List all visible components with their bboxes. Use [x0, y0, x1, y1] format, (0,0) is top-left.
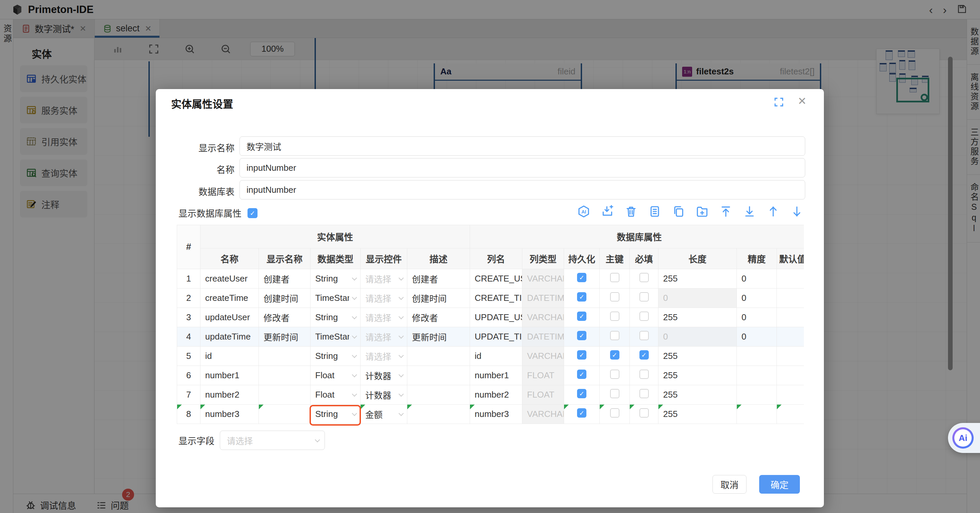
cell-required[interactable]	[630, 269, 659, 288]
cell-name[interactable]: createTime	[200, 288, 259, 308]
select[interactable]: Float	[315, 370, 356, 381]
cell-default[interactable]	[777, 347, 804, 366]
select[interactable]: String	[315, 274, 356, 284]
checkbox[interactable]	[577, 370, 586, 379]
cell-display-name[interactable]	[259, 385, 310, 405]
cell-description[interactable]	[407, 366, 470, 385]
checkbox[interactable]	[640, 273, 649, 282]
cell-length[interactable]: 255	[659, 269, 737, 288]
cell-column-name[interactable]: UPDATE_USER	[470, 308, 522, 327]
cell-data-type[interactable]: Float	[310, 366, 361, 385]
cell-display-name[interactable]	[259, 405, 310, 424]
checkbox[interactable]	[610, 312, 619, 321]
cell-display-name[interactable]	[259, 366, 310, 385]
cell-precision[interactable]	[737, 347, 777, 366]
cell-column-name[interactable]: CREATE_USER	[470, 269, 522, 288]
checkbox[interactable]	[610, 370, 619, 379]
cell-persistent[interactable]	[564, 288, 600, 308]
cell-display-name[interactable]: 更新时间	[259, 327, 310, 347]
cell-name[interactable]: updateTime	[200, 327, 259, 347]
cell-description[interactable]	[407, 385, 470, 405]
detail-icon[interactable]	[648, 205, 661, 218]
cell-default[interactable]	[777, 405, 804, 424]
checkbox[interactable]	[610, 408, 619, 417]
cell-name[interactable]: updateUser	[200, 308, 259, 327]
cell-length[interactable]: 255	[659, 347, 737, 366]
cell-primary-key[interactable]	[600, 405, 630, 424]
cell-primary-key[interactable]	[600, 347, 630, 366]
checkbox[interactable]	[640, 370, 649, 379]
checkbox[interactable]	[577, 331, 586, 340]
cell-primary-key[interactable]	[600, 327, 630, 347]
select[interactable]: 请选择	[365, 331, 402, 343]
move-bottom-icon[interactable]	[743, 205, 756, 218]
add-folder-icon[interactable]	[696, 205, 708, 218]
cell-persistent[interactable]	[564, 385, 600, 405]
move-top-icon[interactable]	[719, 205, 732, 218]
checkbox[interactable]	[610, 331, 619, 340]
select[interactable]: String	[315, 312, 356, 323]
cell-data-type[interactable]: String	[310, 269, 361, 288]
checkbox[interactable]	[577, 312, 586, 321]
delete-icon[interactable]	[625, 205, 638, 218]
cell-precision[interactable]: 0	[737, 327, 777, 347]
cell-column-name[interactable]: CREATE_TIME	[470, 288, 522, 308]
checkbox[interactable]	[577, 350, 586, 360]
cell-description[interactable]: 修改者	[407, 308, 470, 327]
checkbox[interactable]	[610, 389, 619, 398]
checkbox[interactable]	[577, 389, 586, 398]
checkbox[interactable]	[640, 312, 649, 321]
checkbox[interactable]	[640, 292, 649, 301]
cell-control[interactable]: 请选择	[361, 347, 407, 366]
checkbox[interactable]	[610, 292, 619, 301]
cell-precision[interactable]	[737, 366, 777, 385]
move-down-icon[interactable]	[791, 205, 803, 218]
select[interactable]: 金额	[365, 408, 402, 420]
select[interactable]: String	[315, 351, 356, 361]
cell-control[interactable]: 请选择	[361, 288, 407, 308]
cell-precision[interactable]: 0	[737, 308, 777, 327]
cell-description[interactable]: 创建时间	[407, 288, 470, 308]
cell-required[interactable]	[630, 288, 659, 308]
cell-control[interactable]: 请选择	[361, 308, 407, 327]
cell-control[interactable]: 计数器	[361, 366, 407, 385]
cell-name[interactable]: createUser	[200, 269, 259, 288]
select[interactable]: 请选择	[365, 350, 402, 362]
cell-required[interactable]	[630, 308, 659, 327]
cell-primary-key[interactable]	[600, 366, 630, 385]
cell-primary-key[interactable]	[600, 269, 630, 288]
cell-default[interactable]	[777, 385, 804, 405]
cell-control[interactable]: 请选择	[361, 269, 407, 288]
checkbox[interactable]	[640, 331, 649, 340]
show-db-props-checkbox[interactable]	[248, 208, 258, 218]
cell-default[interactable]	[777, 269, 804, 288]
cell-column-name[interactable]: number2	[470, 385, 522, 405]
cell-default[interactable]	[777, 327, 804, 347]
cell-control[interactable]: 金额	[361, 405, 407, 424]
cancel-button[interactable]: 取消	[713, 475, 746, 494]
select[interactable]: 请选择	[365, 272, 402, 285]
cell-column-name[interactable]: id	[470, 347, 522, 366]
cell-display-name[interactable]: 修改者	[259, 308, 310, 327]
cell-description[interactable]	[407, 347, 470, 366]
confirm-button[interactable]: 确定	[759, 475, 800, 494]
cell-name[interactable]: number1	[200, 366, 259, 385]
cell-required[interactable]	[630, 327, 659, 347]
cell-required[interactable]	[630, 385, 659, 405]
checkbox[interactable]	[610, 273, 619, 282]
cell-primary-key[interactable]	[600, 288, 630, 308]
field-input-0[interactable]: 数字测试	[240, 136, 805, 156]
cell-length[interactable]: 255	[659, 366, 737, 385]
ai-assistant-button[interactable]: Ai	[948, 423, 980, 453]
select[interactable]: 请选择	[365, 292, 402, 304]
cell-length[interactable]: 0	[659, 288, 737, 308]
copy-icon[interactable]	[672, 205, 685, 218]
checkbox[interactable]	[610, 350, 619, 360]
cell-default[interactable]	[777, 308, 804, 327]
checkbox[interactable]	[577, 408, 586, 417]
checkbox[interactable]	[640, 350, 649, 360]
select[interactable]: TimeStamp	[315, 293, 356, 303]
cell-required[interactable]	[630, 347, 659, 366]
cell-column-name[interactable]: UPDATE_TIME	[470, 327, 522, 347]
cell-name[interactable]: number3	[200, 405, 259, 424]
